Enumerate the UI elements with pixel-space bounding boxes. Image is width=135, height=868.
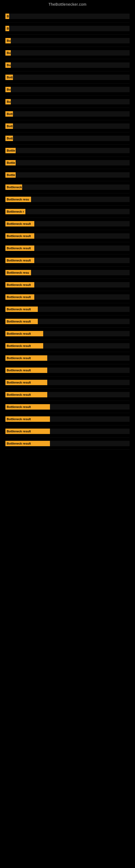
dark-bar: [11, 99, 130, 104]
dark-bar: [13, 135, 130, 141]
dark-bar: [16, 172, 130, 178]
dark-bar: [38, 319, 130, 324]
list-item: Bottle: [5, 145, 130, 157]
list-item: Bottleneck result: [5, 364, 130, 376]
bottleneck-label: Bottleneck result: [5, 404, 50, 410]
list-item: Bottleneck r: [5, 206, 130, 218]
bottleneck-label: Bottleneck: [5, 184, 22, 190]
dark-bar: [47, 368, 130, 373]
bottleneck-label: Bo: [5, 99, 11, 104]
bottleneck-label: Bottleneck result: [5, 331, 43, 336]
dark-bar: [34, 221, 130, 226]
bottleneck-label: Bottleneck r: [5, 209, 26, 214]
bottleneck-label: Bottleneck result: [5, 416, 50, 422]
list-item: Bo: [5, 47, 130, 59]
list-item: Bottleneck result: [5, 437, 130, 450]
list-item: Bottleneck result: [5, 315, 130, 328]
bottleneck-label: Bottleneck result: [5, 246, 34, 251]
dark-bar: [13, 123, 130, 129]
list-item: Bottleneck result: [5, 352, 130, 364]
dark-bar: [22, 184, 130, 190]
dark-bar: [16, 160, 130, 165]
bottleneck-label: Bo: [5, 50, 11, 56]
list-item: Bottleneck result: [5, 401, 130, 413]
list-item: Bottle: [5, 169, 130, 181]
list-item: Bottle: [5, 157, 130, 169]
bottleneck-label: Bottleneck resu: [5, 270, 31, 275]
dark-bar: [34, 294, 130, 300]
bottleneck-label: Bo: [5, 38, 11, 43]
list-item: Bott: [5, 108, 130, 120]
dark-bar: [26, 209, 130, 214]
bottleneck-label: Bott: [5, 135, 13, 141]
list-item: Bottleneck result: [5, 303, 130, 315]
bottleneck-label: Bottleneck result: [5, 319, 38, 324]
list-item: B: [5, 23, 130, 35]
list-item: Bo: [5, 59, 130, 71]
dark-bar: [47, 380, 130, 385]
dark-bar: [34, 233, 130, 239]
list-item: Bo: [5, 35, 130, 47]
dark-bar: [50, 429, 130, 434]
bottleneck-label: Bottleneck result: [5, 307, 38, 312]
bottleneck-label: Bott: [5, 74, 13, 80]
bottleneck-label: Bottle: [5, 148, 16, 153]
bottleneck-label: Bott: [5, 111, 13, 117]
list-item: Bottleneck result: [5, 413, 130, 425]
list-item: Bottleneck result: [5, 340, 130, 352]
bottleneck-label: Bottleneck result: [5, 343, 43, 348]
bottleneck-label: B: [5, 13, 9, 19]
list-item: Bottleneck result: [5, 328, 130, 340]
list-item: Bottleneck result: [5, 218, 130, 230]
dark-bar: [34, 282, 130, 287]
dark-bar: [13, 74, 130, 80]
bottleneck-label: Bottleneck result: [5, 429, 50, 434]
dark-bar: [9, 26, 130, 31]
dark-bar: [47, 392, 130, 397]
bottleneck-label: Bottleneck result: [5, 258, 34, 263]
list-item: Bottleneck result: [5, 230, 130, 242]
bottleneck-label: Bo: [5, 87, 11, 92]
dark-bar: [31, 197, 130, 202]
dark-bar: [11, 62, 130, 68]
list-item: Bottleneck result: [5, 425, 130, 437]
dark-bar: [9, 13, 130, 19]
dark-bar: [13, 111, 130, 117]
list-item: Bottleneck resu: [5, 193, 130, 206]
list-item: Bottleneck resu: [5, 267, 130, 279]
bottleneck-label: Bottleneck resu: [5, 197, 31, 202]
list-item: B: [5, 10, 130, 23]
rows-container: BBBoBoBoBottBoBoBottBottBottBottleBottle…: [0, 8, 135, 453]
list-item: Bottleneck: [5, 181, 130, 193]
bottleneck-label: Bottleneck result: [5, 368, 47, 373]
dark-bar: [31, 270, 130, 275]
bottleneck-label: Bottleneck result: [5, 282, 34, 287]
bottleneck-label: Bottleneck result: [5, 233, 34, 239]
list-item: Bottleneck result: [5, 376, 130, 389]
bottleneck-label: Bottleneck result: [5, 294, 34, 300]
list-item: Bottleneck result: [5, 279, 130, 291]
list-item: Bott: [5, 71, 130, 84]
bottleneck-label: Bottleneck result: [5, 441, 50, 446]
dark-bar: [43, 343, 130, 348]
dark-bar: [50, 441, 130, 446]
dark-bar: [11, 38, 130, 43]
dark-bar: [50, 404, 130, 410]
list-item: Bottleneck result: [5, 242, 130, 254]
bottleneck-label: Bottleneck result: [5, 355, 47, 361]
dark-bar: [47, 355, 130, 361]
site-title: TheBottlenecker.com: [0, 0, 135, 8]
bottleneck-label: Bottle: [5, 172, 16, 178]
list-item: Bo: [5, 96, 130, 108]
dark-bar: [16, 148, 130, 153]
dark-bar: [38, 307, 130, 312]
list-item: Bottleneck result: [5, 254, 130, 267]
dark-bar: [34, 246, 130, 251]
dark-bar: [11, 87, 130, 92]
bottleneck-label: Bo: [5, 62, 11, 68]
list-item: Bottleneck result: [5, 389, 130, 401]
list-item: Bo: [5, 84, 130, 96]
dark-bar: [43, 331, 130, 336]
bottleneck-label: Bottleneck result: [5, 380, 47, 385]
bottleneck-label: Bott: [5, 123, 13, 129]
